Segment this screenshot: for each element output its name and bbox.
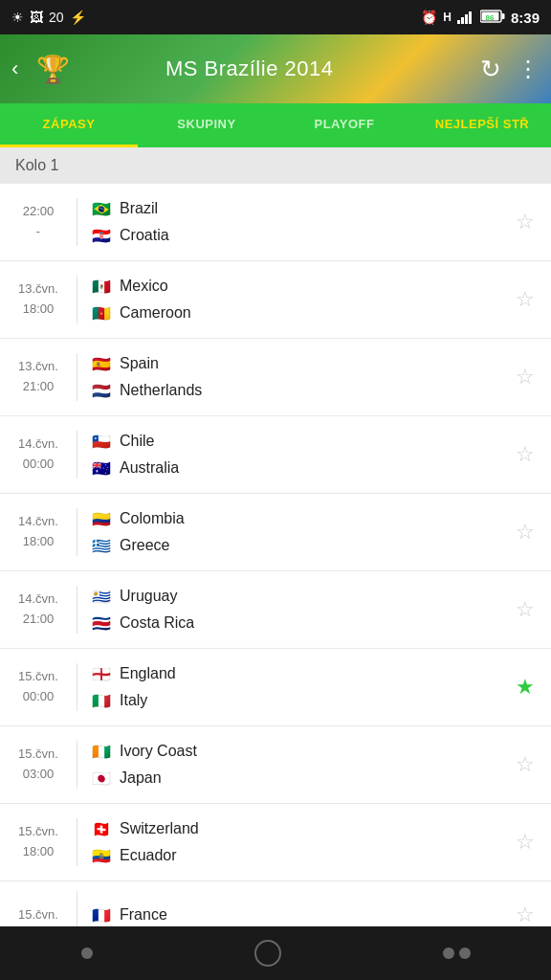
team2-name: Netherlands (120, 382, 202, 399)
trophy-icon: 🏆 (36, 54, 70, 85)
match-row[interactable]: 14.čvn. 00:00 🇨🇱 Chile 🇦🇺 Australia ☆ (0, 416, 551, 494)
team1-flag: 🇺🇾 (91, 586, 112, 607)
time: 8:39 (511, 10, 540, 26)
team1-name: Colombia (120, 510, 185, 527)
team2-flag: 🇳🇱 (91, 380, 112, 401)
star-icon[interactable]: ☆ (516, 365, 535, 390)
team1-flag: 🇨🇮 (91, 741, 112, 762)
content: Kolo 1 22:00 - 🇧🇷 Brazil 🇭🇷 Croatia ☆ 13… (0, 147, 551, 949)
team-row: 🇺🇾 Uruguay (91, 583, 486, 610)
image-icon: 🖼 (30, 10, 43, 25)
team1-name: Spain (120, 355, 159, 372)
team-row: 🇨🇲 Cameroon (91, 300, 486, 326)
team2-flag: 🇦🇺 (91, 457, 112, 479)
svg-rect-2 (465, 14, 468, 24)
match-time: 14.čvn. 18:00 (0, 512, 77, 552)
team-row: 🇨🇴 Colombia (91, 505, 486, 532)
bolt-icon: ⚡ (70, 10, 86, 25)
team2-name: Japan (120, 769, 162, 787)
team1-name: Brazil (120, 200, 158, 217)
team-row: 🇳🇱 Netherlands (91, 377, 486, 404)
team-row: 🇯🇵 Japan (91, 765, 486, 791)
nav-back-dot[interactable] (81, 947, 93, 959)
team1-flag: 🇪🇸 (91, 353, 112, 374)
refresh-button[interactable]: ↻ (480, 55, 501, 84)
match-star-area[interactable]: ★ (499, 675, 551, 700)
match-teams: 🇺🇾 Uruguay 🇨🇷 Costa Rica (77, 581, 499, 638)
match-teams: 🇨🇱 Chile 🇦🇺 Australia (77, 426, 499, 483)
svg-rect-0 (457, 20, 460, 24)
header-actions: ↻ ⋮ (480, 55, 540, 84)
team-row: 🇧🇷 Brazil (91, 195, 486, 222)
team1-flag: 🇧🇷 (91, 198, 112, 219)
tab-nejlepsi[interactable]: NEJLEPŠÍ STŘ (413, 103, 551, 147)
status-left: ☀ 🖼 20 ⚡ (11, 10, 86, 25)
match-row[interactable]: 14.čvn. 18:00 🇨🇴 Colombia 🇬🇷 Greece ☆ (0, 494, 551, 571)
team-row: 🇫🇷 France (91, 902, 486, 928)
team2-flag: 🇬🇷 (91, 535, 112, 556)
star-icon[interactable]: ☆ (516, 210, 535, 234)
match-star-area[interactable]: ☆ (499, 210, 551, 234)
team1-name: France (120, 906, 167, 924)
match-row[interactable]: 15.čvn. 03:00 🇨🇮 Ivory Coast 🇯🇵 Japan ☆ (0, 726, 551, 804)
match-teams: 🇨🇭 Switzerland 🇪🇨 Ecuador (77, 813, 499, 871)
star-icon[interactable]: ☆ (516, 442, 535, 467)
match-row[interactable]: 22:00 - 🇧🇷 Brazil 🇭🇷 Croatia ☆ (0, 184, 551, 261)
header-title: MS Brazílie 2014 (18, 56, 480, 81)
match-star-area[interactable]: ☆ (499, 830, 551, 855)
star-icon[interactable]: ☆ (516, 830, 535, 855)
star-icon[interactable]: ☆ (516, 520, 535, 545)
team1-name: Chile (120, 433, 154, 450)
signal-h: H (443, 11, 452, 24)
match-time: 22:00 - (0, 202, 77, 242)
svg-rect-5 (501, 13, 504, 19)
header: ‹ 🏆 MS Brazílie 2014 ↻ ⋮ (0, 34, 551, 103)
star-icon[interactable]: ★ (516, 675, 535, 700)
match-star-area[interactable]: ☆ (499, 597, 551, 622)
team1-flag: 🇨🇭 (91, 818, 112, 839)
status-bar: ☀ 🖼 20 ⚡ ⏰ H 86 8:39 (0, 0, 551, 34)
match-teams: 🇪🇸 Spain 🇳🇱 Netherlands (77, 348, 499, 406)
match-row[interactable]: 14.čvn. 21:00 🇺🇾 Uruguay 🇨🇷 Costa Rica ☆ (0, 571, 551, 649)
match-teams: 🇨🇮 Ivory Coast 🇯🇵 Japan (77, 736, 499, 793)
team2-name: Costa Rica (120, 614, 194, 632)
team2-flag: 🇮🇹 (91, 690, 112, 711)
match-row[interactable]: 15.čvn. 00:00 🏴󠁧󠁢󠁥󠁮󠁧󠁿 England 🇮🇹 Italy ★ (0, 649, 551, 726)
match-star-area[interactable]: ☆ (499, 442, 551, 467)
back-button[interactable]: ‹ (11, 56, 18, 81)
match-time: 15.čvn. 18:00 (0, 822, 77, 862)
team1-flag: 🇲🇽 (91, 276, 112, 297)
nav-home-circle[interactable] (254, 940, 281, 967)
match-time: 15.čvn. 00:00 (0, 667, 77, 707)
nav-recent-dots[interactable] (443, 947, 471, 959)
brightness-icon: ☀ (11, 10, 24, 25)
match-star-area[interactable]: ☆ (499, 752, 551, 777)
tab-zapasy[interactable]: ZÁPASY (0, 103, 138, 147)
match-time: 15.čvn. 03:00 (0, 745, 77, 785)
menu-button[interactable]: ⋮ (517, 56, 540, 82)
match-star-area[interactable]: ☆ (499, 287, 551, 312)
notification-count: 20 (49, 10, 64, 25)
match-star-area[interactable]: ☆ (499, 365, 551, 390)
match-row[interactable]: 15.čvn. 18:00 🇨🇭 Switzerland 🇪🇨 Ecuador … (0, 804, 551, 881)
status-right: ⏰ H 86 8:39 (421, 10, 540, 26)
star-icon[interactable]: ☆ (516, 287, 535, 312)
match-teams: 🇨🇴 Colombia 🇬🇷 Greece (77, 503, 499, 561)
tab-playoff[interactable]: PLAYOFF (276, 103, 413, 147)
match-star-area[interactable]: ☆ (499, 902, 551, 927)
team2-name: Croatia (120, 227, 169, 244)
team2-name: Cameroon (120, 304, 191, 322)
match-row[interactable]: 13.čvn. 18:00 🇲🇽 Mexico 🇨🇲 Cameroon ☆ (0, 261, 551, 339)
star-icon[interactable]: ☆ (516, 752, 535, 777)
star-icon[interactable]: ☆ (516, 597, 535, 622)
team-row: 🇮🇹 Italy (91, 687, 486, 714)
tab-skupiny[interactable]: SKUPINY (138, 103, 276, 147)
match-star-area[interactable]: ☆ (499, 520, 551, 545)
star-icon[interactable]: ☆ (516, 902, 535, 927)
team-row: 🇪🇸 Spain (91, 350, 486, 377)
team-row: 🇬🇷 Greece (91, 532, 486, 559)
team1-flag: 🇨🇱 (91, 431, 112, 452)
svg-text:86: 86 (486, 13, 495, 22)
match-row[interactable]: 13.čvn. 21:00 🇪🇸 Spain 🇳🇱 Netherlands ☆ (0, 339, 551, 416)
svg-rect-1 (461, 17, 464, 24)
